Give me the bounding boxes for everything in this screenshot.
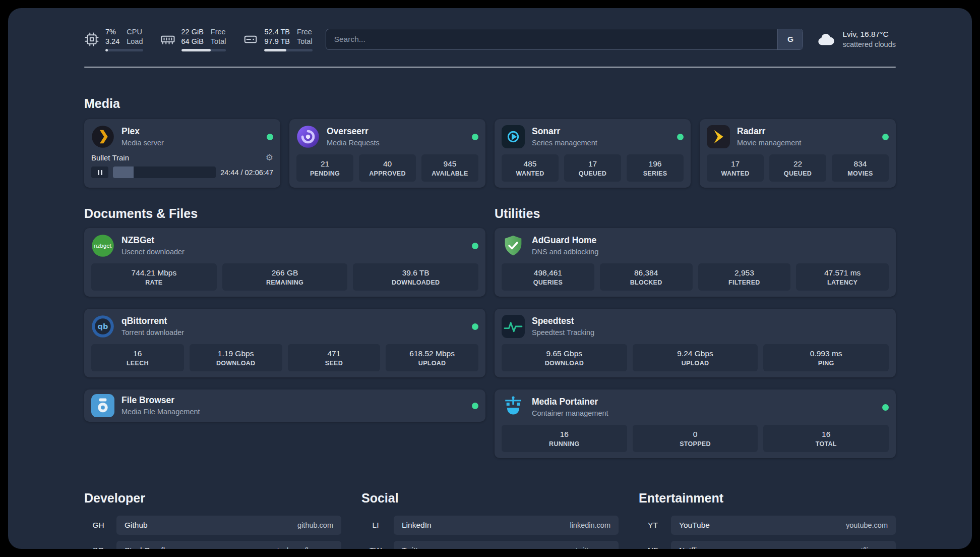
- search-provider-button[interactable]: G: [777, 29, 803, 49]
- bookmark-abbr: TW: [361, 546, 390, 549]
- media-section-title: Media: [84, 96, 896, 111]
- bookmark-abbr: LI: [361, 521, 390, 530]
- stat-tile: 16TOTAL: [763, 425, 889, 452]
- stat-tile: 485WANTED: [502, 154, 559, 182]
- svg-text:nzbget: nzbget: [94, 243, 111, 249]
- app-card-radarr[interactable]: Radarr Movie management 17WANTED 22QUEUE…: [700, 119, 896, 188]
- bookmark-linkedin[interactable]: LI LinkedIn linkedin.com: [361, 516, 619, 535]
- bookmark-abbr: NF: [639, 546, 667, 549]
- app-card-qbittorrent[interactable]: qb qBittorrent Torrent downloader 16LEEC…: [84, 309, 485, 377]
- stat-tile: 17WANTED: [707, 154, 764, 182]
- app-card-sonarr[interactable]: Sonarr Series management 485WANTED 17QUE…: [495, 119, 691, 188]
- bookmark-link[interactable]: Netflix netflix.com: [671, 541, 896, 549]
- weather-location: Lviv, 16.87°C: [842, 29, 896, 40]
- stat-tile: 498,461QUERIES: [502, 263, 594, 291]
- stat-tile: 86,384BLOCKED: [600, 263, 693, 291]
- status-dot: [472, 403, 478, 409]
- disk-progress-bar: [264, 49, 312, 51]
- bookmark-link[interactable]: Twitter twitter.com: [394, 541, 619, 549]
- stat-tile: 16LEECH: [91, 344, 184, 371]
- track-title: Bullet Train: [91, 153, 129, 162]
- disk-label-top: Free: [297, 27, 313, 37]
- app-subtitle: Media File Management: [121, 407, 200, 416]
- status-dot: [677, 134, 684, 140]
- bookmark-link[interactable]: YouTube youtube.com: [671, 516, 896, 535]
- disk-free-value: 52.4 TB: [264, 27, 290, 37]
- app-subtitle: Torrent downloader: [121, 328, 184, 337]
- stat-tile: 9.24 GbpsUPLOAD: [633, 344, 758, 371]
- app-name: Overseerr: [327, 126, 380, 137]
- stat-tile: 744.21 MbpsRATE: [91, 263, 217, 291]
- utilities-section: Utilities AdGuard Home DNS and adblockin…: [495, 206, 896, 470]
- app-subtitle: Container management: [532, 409, 608, 418]
- status-dot: [472, 243, 478, 249]
- cpu-icon: [84, 32, 99, 47]
- system-widgets: 7% 3.24 CPU Load: [84, 27, 313, 51]
- app-subtitle: Media Requests: [327, 138, 380, 147]
- cpu-percent: 7%: [105, 27, 119, 37]
- bookmark-link[interactable]: Github github.com: [116, 516, 341, 535]
- app-card-plex[interactable]: Plex Media server Bullet Train ⚙: [84, 119, 280, 188]
- stat-tile: 1.19 GbpsDOWNLOAD: [190, 344, 282, 371]
- app-name: Media Portainer: [532, 397, 608, 408]
- stat-tile: 196SERIES: [627, 154, 684, 182]
- disk-widget: 52.4 TB 97.9 TB Free Total: [243, 27, 312, 51]
- stat-tile: 0.993 msPING: [763, 344, 889, 371]
- svg-text:qb: qb: [98, 322, 108, 330]
- cpu-load-value: 3.24: [105, 37, 119, 46]
- app-card-nzbget[interactable]: nzbget NZBGet Usenet downloader 744.21 M…: [84, 228, 485, 297]
- app-card-portainer[interactable]: Media Portainer Container management 16R…: [495, 389, 896, 458]
- bookmark-netflix[interactable]: NF Netflix netflix.com: [639, 541, 896, 549]
- ram-icon: [160, 32, 175, 47]
- stat-tile: 266 GBREMAINING: [222, 263, 348, 291]
- stat-tile: 471SEED: [288, 344, 381, 371]
- bookmark-abbr: SO: [84, 546, 112, 549]
- status-dot: [267, 134, 273, 140]
- developer-section-title: Developer: [84, 490, 341, 506]
- weather-condition: scattered clouds: [842, 40, 896, 50]
- bookmark-twitter[interactable]: TW Twitter twitter.com: [361, 541, 619, 549]
- memory-total-value: 64 GiB: [181, 37, 204, 46]
- qbittorrent-icon: qb: [91, 315, 114, 338]
- stat-tile: 945AVAILABLE: [421, 154, 478, 182]
- pause-button[interactable]: [91, 166, 108, 178]
- bookmark-link[interactable]: LinkedIn linkedin.com: [394, 516, 619, 535]
- app-subtitle: Media server: [121, 138, 164, 147]
- bookmark-abbr: YT: [639, 521, 667, 530]
- app-name: Plex: [121, 126, 164, 137]
- top-bar: 7% 3.24 CPU Load: [84, 25, 896, 53]
- memory-progress-bar: [181, 49, 226, 51]
- memory-widget: 22 GiB 64 GiB Free Total: [160, 27, 226, 51]
- app-card-speedtest[interactable]: Speedtest Speedtest Tracking 9.65 GbpsDO…: [495, 309, 896, 377]
- app-card-overseerr[interactable]: Overseerr Media Requests 21PENDING 40APP…: [289, 119, 485, 188]
- search-input[interactable]: [326, 29, 778, 49]
- app-name: File Browser: [121, 395, 200, 406]
- plex-now-playing: Bullet Train ⚙ 24:44 / 02:06:47: [91, 152, 273, 178]
- sonarr-icon: [502, 125, 525, 148]
- status-dot: [882, 404, 889, 411]
- app-card-adguard[interactable]: AdGuard Home DNS and adblocking 498,461Q…: [495, 228, 896, 297]
- weather-widget[interactable]: Lviv, 16.87°C scattered clouds: [816, 29, 896, 49]
- bookmark-youtube[interactable]: YT YouTube youtube.com: [639, 516, 896, 535]
- overseerr-icon: [296, 125, 320, 148]
- bookmark-link[interactable]: StackOverflow stackoverflow.com: [116, 541, 341, 549]
- app-card-filebrowser[interactable]: File Browser Media File Management: [84, 389, 485, 422]
- bookmark-abbr: GH: [84, 521, 112, 530]
- utilities-section-title: Utilities: [495, 206, 896, 221]
- cpu-label-top: CPU: [127, 27, 143, 37]
- cloud-icon: [816, 32, 836, 47]
- adguard-icon: [502, 234, 525, 257]
- stat-tile: 47.571 msLATENCY: [796, 263, 889, 291]
- speedtest-icon: [502, 315, 525, 338]
- stat-tile: 22QUEUED: [769, 154, 826, 182]
- playback-progress-bar[interactable]: [113, 166, 216, 178]
- stat-tile: 618.52 MbpsUPLOAD: [386, 344, 478, 371]
- bookmarks-entertainment: Entertainment YT YouTube youtube.com NF …: [639, 490, 896, 549]
- app-subtitle: Movie management: [737, 138, 801, 147]
- gear-icon[interactable]: ⚙: [266, 152, 273, 163]
- bookmark-github[interactable]: GH Github github.com: [84, 516, 341, 535]
- app-name: qBittorrent: [121, 316, 184, 327]
- bookmark-stackoverflow[interactable]: SO StackOverflow stackoverflow.com: [84, 541, 341, 549]
- app-name: AdGuard Home: [532, 235, 598, 246]
- search-bar: G: [326, 29, 804, 50]
